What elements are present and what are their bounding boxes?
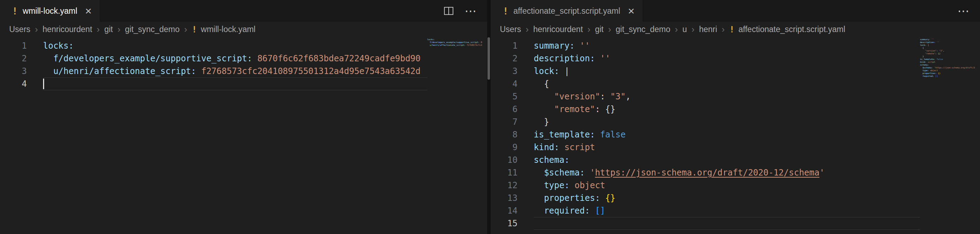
breadcrumb-item[interactable]: git [104, 25, 113, 34]
code-line[interactable]: 13 properties: {} [491, 192, 920, 204]
code-token: schema: [534, 155, 570, 165]
code-line[interactable]: 4 [0, 77, 427, 90]
breadcrumb-separator: › [118, 24, 120, 35]
breadcrumb-item[interactable]: git_sync_demo [125, 25, 180, 34]
breadcrumb-separator: › [587, 24, 590, 35]
close-tab-icon[interactable]: × [82, 5, 92, 17]
code-token [590, 206, 595, 216]
line-number: 1 [0, 40, 27, 52]
line-number: 8 [491, 128, 517, 141]
code-token: $schema: [544, 168, 585, 178]
editor-group-actions: ⋯ [444, 0, 487, 22]
tab-wmill-lock-yaml[interactable]: ! wmill-lock.yaml × [0, 0, 100, 22]
breadcrumb-item[interactable]: henri [699, 25, 717, 34]
code-line[interactable]: 15 [491, 217, 920, 230]
code-line[interactable]: 8is_template: false [491, 128, 920, 141]
code-token [534, 206, 544, 216]
code-token: locks: [43, 41, 74, 51]
breadcrumb-file-item[interactable]: !wmill-lock.yaml [192, 25, 256, 34]
code-token [534, 168, 544, 178]
code-area[interactable]: 1locks:2 f/developers_example/supportive… [0, 36, 427, 234]
code-line[interactable]: 14 required: [] [491, 204, 920, 217]
code-line[interactable]: 1locks: [0, 40, 427, 52]
line-number: 6 [491, 103, 517, 115]
code-line[interactable]: 2 f/developers_example/supportive_script… [0, 52, 427, 65]
editor-group-right: ! affectionate_script.script.yaml × ⋯ Us… [491, 0, 980, 234]
breadcrumb-item[interactable]: Users [500, 25, 521, 34]
breadcrumb-item[interactable]: u [682, 25, 687, 34]
scrollbar-slider[interactable] [488, 37, 490, 80]
tab-label: affectionate_script.script.yaml [513, 6, 620, 16]
editor-sash[interactable] [487, 0, 491, 234]
code-token: { [534, 79, 549, 89]
code-token: | [559, 66, 570, 76]
code-token: "version" [554, 92, 600, 101]
code-line[interactable]: 5 "version": "3", [491, 90, 920, 103]
code-line[interactable]: 3lock: | [491, 65, 920, 77]
breadcrumb-separator: › [692, 24, 694, 35]
breadcrumb-separator: › [675, 24, 678, 35]
breadcrumb-item[interactable]: henricourdent [42, 25, 92, 34]
tab-label: wmill-lock.yaml [22, 6, 77, 16]
code-line[interactable]: 1summary: '' [491, 40, 920, 52]
breadcrumb-separator: › [97, 24, 100, 35]
code-area[interactable]: 1summary: ''2description: ''3lock: |4 {5… [491, 36, 920, 234]
yaml-file-icon: ! [729, 25, 735, 34]
code-line[interactable]: 7 } [491, 115, 920, 128]
code-line[interactable]: 6 "remote": {} [491, 103, 920, 115]
code-token: is_template: [534, 130, 595, 139]
text-cursor [43, 79, 44, 89]
code-token: properties: [544, 193, 600, 203]
code-token: script [559, 142, 595, 152]
code-token [43, 66, 53, 76]
code-token [534, 92, 554, 101]
code-token: u/henri/affectionate_script: [53, 66, 196, 76]
code-line[interactable]: 9kind: script [491, 141, 920, 153]
editor: 1summary: ''2description: ''3lock: |4 {5… [491, 36, 980, 234]
yaml-file-icon: ! [12, 6, 18, 16]
code-token: object [570, 180, 605, 190]
tab-affectionate-script-yaml[interactable]: ! affectionate_script.script.yaml × [491, 0, 643, 22]
code-token: 8670f6c62f683bdea72249cadfe9bd90 [252, 54, 420, 63]
code-token: {} [605, 104, 615, 114]
minimap[interactable]: summary: ''description: ''lock: | { "ver… [920, 38, 975, 234]
code-line[interactable]: 10schema: [491, 153, 920, 166]
more-actions-icon[interactable]: ⋯ [465, 5, 477, 17]
line-number: 4 [0, 77, 27, 90]
breadcrumb-item[interactable]: Users [9, 25, 30, 34]
code-token: summary: [534, 41, 575, 51]
code-token: false [595, 130, 625, 139]
split-editor-icon[interactable] [444, 6, 454, 16]
code-line[interactable]: 11 $schema: 'https://json-schema.org/dra… [491, 166, 920, 179]
breadcrumb-file-label: wmill-lock.yaml [201, 25, 256, 34]
breadcrumb: Users›henricourdent›git›git_sync_demo›!w… [0, 22, 487, 36]
breadcrumb-file-item[interactable]: !affectionate_script.script.yaml [729, 25, 845, 34]
editor-group-left: ! wmill-lock.yaml × ⋯ Users›henricourden… [0, 0, 487, 234]
line-number: 3 [491, 65, 517, 77]
yaml-file-icon: ! [192, 25, 197, 34]
code-token: '' [575, 41, 590, 51]
breadcrumb-separator: › [526, 24, 528, 35]
code-token: required: [544, 206, 590, 216]
schema-url-link[interactable]: https://json-schema.org/draft/2020-12/sc… [595, 168, 819, 178]
code-token: '' [595, 54, 610, 63]
code-token: : [600, 92, 610, 101]
breadcrumb-item[interactable]: henricourdent [533, 25, 583, 34]
editor-group-actions: ⋯ [958, 0, 980, 22]
more-actions-icon[interactable]: ⋯ [958, 5, 970, 17]
breadcrumb-file-label: affectionate_script.script.yaml [738, 25, 845, 34]
minimap[interactable]: locks: f/developers_example/supportive_s… [427, 38, 482, 234]
close-tab-icon[interactable]: × [625, 5, 635, 17]
line-number: 4 [491, 77, 517, 90]
code-token: type: [544, 180, 570, 190]
breadcrumb-item[interactable]: git_sync_demo [616, 25, 670, 34]
line-number: 5 [491, 90, 517, 103]
breadcrumb-item[interactable]: git [595, 25, 603, 34]
code-line[interactable]: 3 u/henri/affectionate_script: f2768573c… [0, 65, 427, 77]
code-token: ' [585, 168, 595, 178]
code-line[interactable]: 12 type: object [491, 179, 920, 192]
code-line[interactable]: 2description: '' [491, 52, 920, 65]
line-number: 14 [491, 204, 517, 217]
editor-area: ! wmill-lock.yaml × ⋯ Users›henricourden… [0, 0, 980, 234]
code-line[interactable]: 4 { [491, 77, 920, 90]
